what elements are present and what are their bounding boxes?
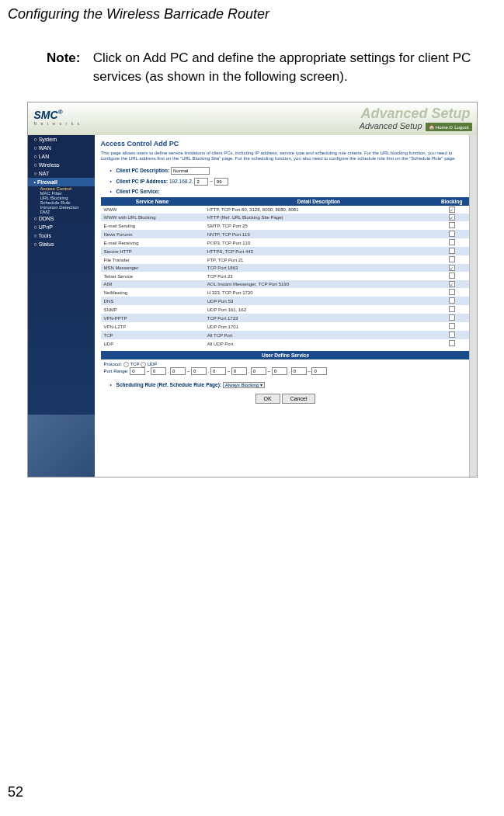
table-row: WWW with URL BlockingHTTP (Ref. URL Bloc… [101, 214, 471, 221]
page-number: 52 [8, 784, 23, 800]
client-svc-row: Client PC Service: [110, 189, 471, 194]
svc-name: VPN-L2TP [101, 322, 204, 331]
svc-detail: TCP Port 1723 [204, 314, 433, 322]
port-from-input[interactable] [170, 367, 186, 375]
blocking-checkbox[interactable] [449, 306, 455, 312]
svc-name: Telnet Service [101, 272, 204, 280]
ip-from-input[interactable] [194, 178, 208, 186]
note-text: Click on Add PC and define the appropria… [93, 49, 481, 86]
table-row: TCPAll TCP Port [101, 331, 471, 339]
blocking-checkbox[interactable] [449, 256, 455, 262]
blocking-checkbox[interactable]: ✓ [449, 207, 455, 213]
port-to-input[interactable] [272, 367, 287, 375]
port-from-input[interactable] [130, 367, 145, 375]
sidebar-item-status[interactable]: ○ Status [28, 240, 95, 248]
sidebar-item-tools[interactable]: ○ Tools [28, 231, 95, 240]
svc-detail: SMTP, TCP Port 25 [204, 221, 433, 230]
udp-radio[interactable] [141, 362, 146, 367]
svc-detail: All TCP Port [204, 331, 433, 339]
note-label: Note: [47, 49, 89, 68]
col-service-name: Service Name [101, 197, 204, 206]
smc-logo: SMC® [34, 109, 63, 121]
svc-detail: All UDP Port [204, 339, 433, 348]
port-to-input[interactable] [191, 367, 207, 375]
svc-name: WWW with URL Blocking [101, 214, 204, 221]
main-description: This page allows users to define service… [101, 151, 471, 163]
svc-detail: HTTPS, TCP Port 443 [204, 247, 433, 255]
advanced-setup-bg: Advanced Setup [360, 106, 470, 122]
blocking-checkbox[interactable] [449, 323, 455, 329]
home-logout-bar[interactable]: 🏠 Home ⊙ Logout [426, 123, 471, 131]
table-row: MSN MessengerTCP Port 1863✓ [101, 264, 471, 272]
sched-select[interactable]: Always Blocking ▾ [223, 382, 265, 388]
ok-button[interactable]: OK [255, 394, 280, 404]
client-ip-row: Client PC IP Address: 192.168.2. ~ [110, 178, 471, 186]
table-row: VPN-PPTPTCP Port 1723 [101, 314, 471, 322]
port-to-input[interactable] [231, 367, 247, 375]
blocking-checkbox[interactable] [449, 332, 455, 338]
sidebar-item-wireless[interactable]: ○ Wireless [28, 161, 95, 169]
blocking-checkbox[interactable] [449, 289, 455, 295]
table-row: SNMPUDP Port 161, 162 [101, 305, 471, 314]
svc-name: SNMP [101, 305, 204, 314]
svc-detail: H.323, TCP Port 1720 [204, 288, 433, 297]
blocking-checkbox[interactable] [449, 231, 455, 237]
cancel-button[interactable]: Cancel [282, 394, 316, 404]
blocking-checkbox[interactable] [449, 340, 455, 346]
service-table: Service Name Detail Description Blocking… [101, 197, 471, 348]
ip-to-input[interactable] [214, 178, 228, 186]
svc-detail: TCP Port 23 [204, 272, 433, 280]
table-row: UDPAll UDP Port [101, 339, 471, 348]
sidebar-item-lan[interactable]: ○ LAN [28, 152, 95, 161]
blocking-checkbox[interactable]: ✓ [449, 281, 455, 287]
page-header: Configuring the Wireless Barricade Route… [0, 0, 504, 26]
blocking-checkbox[interactable] [449, 297, 455, 304]
table-row: DNSUDP Port 53 [101, 297, 471, 305]
table-row: AIMAOL Instant Messenger, TCP Port 5190✓ [101, 280, 471, 288]
table-row: Telnet ServiceTCP Port 23 [101, 272, 471, 280]
col-detail: Detail Description [204, 197, 433, 206]
advanced-setup-label: Advanced Setup [360, 121, 422, 130]
blocking-checkbox[interactable]: ✓ [449, 214, 455, 220]
scrollbar[interactable] [469, 135, 477, 477]
svc-detail: POP3, TCP Port 110 [204, 238, 433, 247]
svc-detail: UDP Port 1701 [204, 322, 433, 331]
svc-detail: UDP Port 161, 162 [204, 305, 433, 314]
sidebar-item-system[interactable]: ○ System [28, 135, 95, 144]
sidebar-item-ddns[interactable]: ○ DDNS [28, 214, 95, 223]
svc-name: TCP [101, 331, 204, 339]
sidebar-item-nat[interactable]: ○ NAT [28, 169, 95, 178]
table-row: WWWHTTP, TCP Port 80, 3128, 8000, 8080, … [101, 206, 471, 214]
table-row: E-mail SendingSMTP, TCP Port 25 [101, 221, 471, 230]
svc-name: File Transfer [101, 255, 204, 264]
sidebar-item-upnp[interactable]: ○ UPnP [28, 223, 95, 231]
svc-detail: HTTP (Ref. URL Blocking Site Page) [204, 214, 433, 221]
sidebar-decor-image [28, 415, 95, 477]
blocking-checkbox[interactable] [449, 239, 455, 245]
svc-name: WWW [101, 206, 204, 214]
blocking-checkbox[interactable]: ✓ [449, 265, 455, 271]
sidebar: ○ System ○ WAN ○ LAN ○ Wireless ○ NAT • … [28, 135, 95, 477]
main-title: Access Control Add PC [101, 140, 471, 148]
sidebar-item-firewall[interactable]: • Firewall [28, 178, 95, 186]
port-from-input[interactable] [291, 367, 307, 375]
svc-name: UDP [101, 339, 204, 348]
svc-detail: HTTP, TCP Port 80, 3128, 8000, 8080, 808… [204, 206, 433, 214]
client-desc-input[interactable] [171, 167, 210, 175]
sidebar-item-wan[interactable]: ○ WAN [28, 144, 95, 152]
svc-name: E-mail Sending [101, 221, 204, 230]
blocking-checkbox[interactable] [449, 314, 455, 321]
port-from-input[interactable] [251, 367, 266, 375]
blocking-checkbox[interactable] [449, 248, 455, 254]
tcp-radio[interactable] [123, 362, 129, 367]
port-to-input[interactable] [151, 367, 166, 375]
table-row: E-mail ReceivingPOP3, TCP Port 110 [101, 238, 471, 247]
router-screenshot: SMC® N e t w o r k s Advanced Setup Adva… [27, 102, 478, 477]
port-to-input[interactable] [311, 367, 327, 375]
port-from-input[interactable] [210, 367, 226, 375]
blocking-checkbox[interactable] [449, 273, 455, 279]
note-block: Note: Click on Add PC and define the app… [47, 49, 481, 86]
svc-name: VPN-PPTP [101, 314, 204, 322]
sched-row: Scheduling Rule (Ref. Schedule Rule Page… [110, 382, 471, 387]
blocking-checkbox[interactable] [449, 222, 455, 228]
